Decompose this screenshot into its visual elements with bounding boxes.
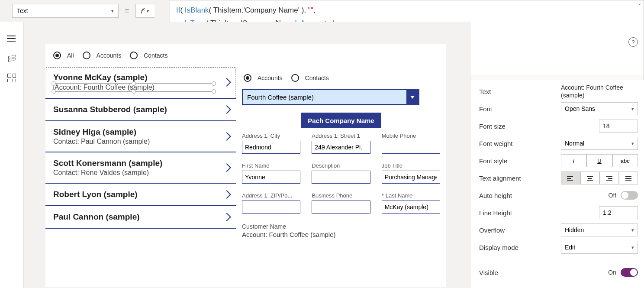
field-label: Address 1: City <box>242 133 300 139</box>
list-item[interactable]: Yvonne McKay (sample)Account: Fourth Cof… <box>45 67 236 99</box>
list-item[interactable]: Susanna Stubberod (sample) <box>45 99 236 121</box>
detail-accounts-radio[interactable] <box>244 74 251 82</box>
field-input[interactable] <box>242 201 300 214</box>
prop-lineheight-input[interactable] <box>599 206 638 219</box>
field-input[interactable] <box>382 201 440 214</box>
field-input[interactable] <box>312 201 370 214</box>
prop-fontstyle-label: Font style <box>479 157 561 165</box>
list-item[interactable]: Paul Cannon (sample) <box>45 206 236 229</box>
chevron-down-icon: ▾ <box>631 245 634 250</box>
fontstyle-strike-button[interactable]: abc <box>612 154 638 167</box>
gallery[interactable]: Yvonne McKay (sample)Account: Fourth Cof… <box>45 67 236 244</box>
prop-visible-toggle[interactable] <box>621 268 638 277</box>
prop-autoheight-label: Auto height <box>479 192 609 199</box>
detail-accounts-label: Accounts <box>258 74 283 81</box>
canvas-area: All Accounts Contacts Yvonne McKay (samp… <box>24 22 471 288</box>
filter-all-label: All <box>67 52 74 59</box>
list-filter-row: All Accounts Contacts <box>45 44 446 67</box>
align-left-icon <box>567 175 574 181</box>
align-left-button[interactable] <box>561 172 580 184</box>
prop-fontsize-input[interactable] <box>599 120 638 133</box>
prop-lineheight-label: Line Height <box>479 209 599 217</box>
filter-contacts-radio[interactable] <box>130 52 138 59</box>
app-frame: All Accounts Contacts Yvonne McKay (samp… <box>45 44 446 287</box>
list-item[interactable]: Sidney Higa (sample)Contact: Paul Cannon… <box>45 121 236 152</box>
align-center-icon <box>586 175 593 181</box>
field-input[interactable] <box>382 171 440 184</box>
filter-contacts-label: Contacts <box>144 52 167 59</box>
prop-overflow-label: Overflow <box>479 227 561 234</box>
chevron-right-icon[interactable] <box>222 213 231 221</box>
form-field: Business Phone <box>312 192 370 214</box>
field-input[interactable] <box>242 171 300 184</box>
prop-font-select[interactable]: Open Sans▾ <box>561 102 638 115</box>
form-field: Address 1: City <box>242 133 300 154</box>
prop-autoheight-toggle[interactable] <box>621 191 638 200</box>
formula-expand-icon[interactable]: ˅ <box>638 3 641 9</box>
tree-view-icon[interactable] <box>7 54 16 61</box>
field-input[interactable] <box>242 141 300 154</box>
form-field: Address 1: Street 1 <box>312 133 370 154</box>
field-label: Address 1: ZIP/Po... <box>242 192 300 199</box>
property-dropdown[interactable]: Text ▾ <box>12 4 119 18</box>
field-input[interactable] <box>312 171 370 184</box>
customer-name-value: Account: Fourth Coffee (sample) <box>242 231 440 238</box>
prop-text-value[interactable]: Account: Fourth Coffee (sample) <box>561 84 638 99</box>
field-label: First Name <box>242 162 300 169</box>
fx-icon[interactable]: fx▾ <box>135 4 155 18</box>
help-icon[interactable]: ? <box>628 37 638 47</box>
chevron-right-icon[interactable] <box>222 163 231 172</box>
chevron-right-icon[interactable] <box>222 105 231 114</box>
list-item[interactable]: Robert Lyon (sample) <box>45 184 236 206</box>
align-center-button[interactable] <box>580 172 600 184</box>
patch-company-button[interactable]: Pach Company Name <box>301 113 381 128</box>
prop-visible-label: Visible <box>479 269 608 276</box>
left-rail <box>0 22 24 288</box>
combobox-chevron-icon[interactable] <box>406 90 419 104</box>
field-label: Job Title <box>382 162 440 169</box>
prop-fontweight-select[interactable]: Normal▾ <box>561 137 638 150</box>
equals-sign: = <box>125 6 129 16</box>
field-input[interactable] <box>312 141 370 154</box>
field-label: Address 1: Street 1 <box>312 133 370 139</box>
fontstyle-italic-button[interactable]: I <box>561 154 586 167</box>
company-combobox[interactable]: Fourth Coffee (sample) <box>242 89 419 105</box>
prop-textalign-segment <box>561 172 638 184</box>
list-item[interactable]: Scott Konersmann (sample)Contact: Rene V… <box>45 152 236 184</box>
form-field: Job Title <box>382 162 440 184</box>
edit-form: Address 1: CityAddress 1: Street 1Mobile… <box>242 133 440 214</box>
list-item-subtitle: Contact: Rene Valdes (sample) <box>53 169 214 177</box>
form-field: Address 1: ZIP/Po... <box>242 192 300 214</box>
list-item-title: Yvonne McKay (sample) <box>53 73 214 82</box>
chevron-right-icon[interactable] <box>222 78 231 87</box>
filter-accounts-label: Accounts <box>97 52 122 59</box>
detail-contacts-label: Contacts <box>305 74 329 81</box>
chevron-down-icon: ▾ <box>631 141 634 146</box>
chevron-right-icon[interactable] <box>222 132 231 141</box>
property-dropdown-value: Text <box>17 7 28 14</box>
form-field: Last Name <box>382 192 440 214</box>
filter-all-radio[interactable] <box>53 52 61 59</box>
form-field: Mobile Phone <box>382 133 440 154</box>
field-input[interactable] <box>382 141 440 154</box>
form-field: Description <box>312 162 370 184</box>
list-item-title: Scott Konersmann (sample) <box>53 159 214 168</box>
hamburger-icon[interactable] <box>7 34 16 42</box>
detail-contacts-radio[interactable] <box>291 74 299 82</box>
chevron-down-icon: ▾ <box>631 106 634 112</box>
list-item-title: Paul Cannon (sample) <box>53 212 214 222</box>
insert-icon[interactable] <box>7 74 16 82</box>
fontstyle-underline-button[interactable]: U <box>586 154 612 167</box>
prop-fontsize-label: Font size <box>479 123 599 130</box>
align-right-icon <box>605 175 612 181</box>
field-label: Business Phone <box>312 192 370 199</box>
list-item-title: Sidney Higa (sample) <box>53 127 214 137</box>
prop-autoheight-value: Off <box>609 192 616 199</box>
prop-displaymode-select[interactable]: Edit▾ <box>561 241 638 254</box>
align-right-button[interactable] <box>599 172 619 184</box>
chevron-right-icon[interactable] <box>222 190 231 199</box>
customer-name-block: Customer Name Account: Fourth Coffee (sa… <box>242 223 440 238</box>
prop-overflow-select[interactable]: Hidden▾ <box>561 223 638 236</box>
filter-accounts-radio[interactable] <box>83 52 90 59</box>
align-justify-button[interactable] <box>619 172 638 184</box>
